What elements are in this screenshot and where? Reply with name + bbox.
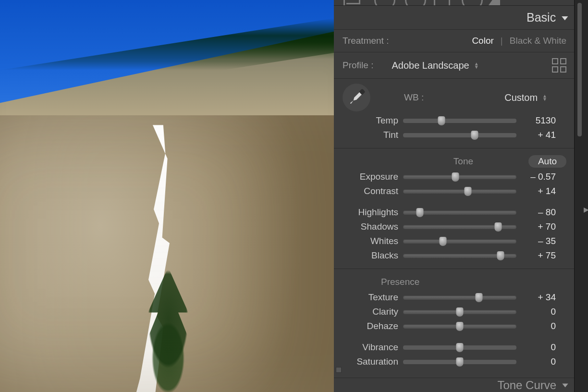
slider-dehaze[interactable]: Dehaze0 — [343, 319, 566, 333]
eyedropper-icon — [347, 88, 366, 107]
slider-knob[interactable] — [495, 222, 502, 232]
wb-value: Custom — [504, 92, 538, 103]
crop-tool-icon[interactable] — [343, 0, 361, 6]
slider-label: Tint — [343, 130, 398, 140]
slider-contrast[interactable]: Contrast+ 14 — [343, 184, 566, 198]
slider-value[interactable]: 0 — [521, 306, 556, 317]
collapse-icon: ▼ — [560, 14, 570, 22]
spot-tool-icon[interactable] — [374, 0, 395, 6]
slider-track[interactable] — [403, 345, 516, 350]
radial-tool-icon[interactable] — [462, 0, 483, 6]
slider-label: Shadows — [343, 221, 398, 232]
slider-value[interactable]: 0 — [521, 342, 556, 353]
slider-track[interactable] — [403, 254, 516, 258]
slider-track[interactable] — [403, 175, 516, 179]
slider-track[interactable] — [403, 239, 516, 244]
tone-curve-title: Tone Curve — [497, 379, 556, 392]
collapse-icon: ▼ — [560, 381, 570, 389]
slider-knob[interactable] — [497, 251, 504, 260]
redeye-tool-icon[interactable] — [405, 0, 426, 6]
slider-label: Dehaze — [343, 321, 398, 331]
slider-vibrance[interactable]: Vibrance0 — [343, 340, 566, 355]
slider-knob[interactable] — [452, 172, 459, 182]
slider-highlights[interactable]: Highlights– 80 — [343, 205, 566, 220]
profile-value: Adobe Landscape — [392, 60, 469, 71]
slider-whites[interactable]: Whites– 35 — [343, 234, 566, 248]
tool-strip — [334, 0, 574, 6]
slider-value[interactable]: 5130 — [521, 115, 556, 126]
slider-knob[interactable] — [476, 293, 483, 302]
updown-icon: ▲▼ — [474, 62, 479, 69]
slider-knob[interactable] — [438, 116, 445, 125]
slider-track[interactable] — [403, 225, 516, 229]
wb-select[interactable]: Custom ▲▼ — [504, 92, 547, 103]
slider-saturation[interactable]: Saturation0 — [343, 355, 566, 369]
slider-track[interactable] — [403, 360, 516, 364]
slider-temp[interactable]: Temp5130 — [343, 113, 566, 128]
slider-value[interactable]: + 75 — [521, 250, 556, 261]
slider-knob[interactable] — [456, 322, 464, 331]
slider-label: Exposure — [343, 172, 398, 182]
slider-shadows[interactable]: Shadows+ 70 — [343, 220, 566, 234]
slider-knob[interactable] — [471, 131, 478, 140]
scroll-thumb[interactable] — [577, 3, 582, 136]
panel-scrollbar[interactable]: ▶ — [574, 0, 588, 392]
slider-track[interactable] — [403, 133, 516, 137]
slider-value[interactable]: 0 — [521, 356, 556, 367]
slider-clarity[interactable]: Clarity0 — [343, 305, 566, 319]
basic-panel-header[interactable]: Basic ▼ — [334, 6, 574, 30]
slider-knob[interactable] — [439, 237, 446, 246]
expand-right-icon[interactable]: ▶ — [584, 206, 588, 213]
panel-switch[interactable] — [336, 367, 342, 373]
treatment-label: Treatment : — [343, 36, 389, 46]
slider-track[interactable] — [403, 295, 516, 300]
slider-track[interactable] — [403, 119, 516, 123]
slider-label: Temp — [343, 115, 398, 126]
slider-label: Texture — [343, 292, 398, 303]
slider-knob[interactable] — [456, 357, 464, 367]
brush-tool-icon[interactable] — [489, 0, 500, 5]
slider-track[interactable] — [403, 324, 516, 329]
slider-label: Vibrance — [343, 342, 398, 353]
slider-track[interactable] — [403, 189, 516, 194]
slider-label: Highlights — [343, 207, 398, 218]
slider-value[interactable]: + 70 — [521, 221, 556, 232]
slider-label: Blacks — [343, 250, 398, 261]
slider-value[interactable]: – 0.57 — [521, 172, 556, 182]
slider-track[interactable] — [403, 210, 516, 215]
slider-label: Whites — [343, 236, 398, 246]
slider-value[interactable]: + 41 — [521, 130, 556, 140]
basic-panel-title: Basic — [527, 11, 556, 24]
profile-label: Profile : — [343, 60, 373, 71]
slider-knob[interactable] — [456, 343, 464, 352]
slider-knob[interactable] — [456, 307, 464, 317]
slider-value[interactable]: 0 — [521, 321, 556, 331]
slider-label: Clarity — [343, 306, 398, 317]
slider-value[interactable]: – 35 — [521, 236, 556, 246]
updown-icon: ▲▼ — [542, 94, 547, 101]
slider-tint[interactable]: Tint+ 41 — [343, 128, 566, 142]
slider-label: Contrast — [343, 186, 398, 196]
slider-knob[interactable] — [416, 208, 424, 217]
image-preview[interactable] — [0, 0, 334, 392]
presence-heading: Presence — [381, 277, 566, 287]
wb-eyedropper-button[interactable] — [343, 84, 370, 111]
wb-label: WB : — [404, 92, 424, 103]
treatment-color[interactable]: Color — [472, 36, 493, 46]
tone-curve-panel-header[interactable]: Tone Curve ▼ — [334, 378, 574, 392]
slider-blacks[interactable]: Blacks+ 75 — [343, 248, 566, 263]
grad-tool-icon[interactable] — [434, 0, 450, 6]
slider-texture[interactable]: Texture+ 34 — [343, 290, 566, 305]
slider-track[interactable] — [403, 310, 516, 314]
slider-exposure[interactable]: Exposure– 0.57 — [343, 170, 566, 184]
slider-knob[interactable] — [464, 187, 471, 196]
slider-value[interactable]: + 34 — [521, 292, 556, 303]
profile-select[interactable]: Adobe Landscape ▲▼ — [392, 60, 478, 71]
slider-value[interactable]: – 80 — [521, 207, 556, 218]
auto-button[interactable]: Auto — [528, 155, 566, 168]
slider-label: Saturation — [343, 356, 398, 367]
tone-heading: Tone — [398, 156, 528, 167]
slider-value[interactable]: + 14 — [521, 186, 556, 196]
treatment-bw[interactable]: Black & White — [510, 36, 566, 46]
profile-browser-icon[interactable] — [552, 58, 566, 73]
